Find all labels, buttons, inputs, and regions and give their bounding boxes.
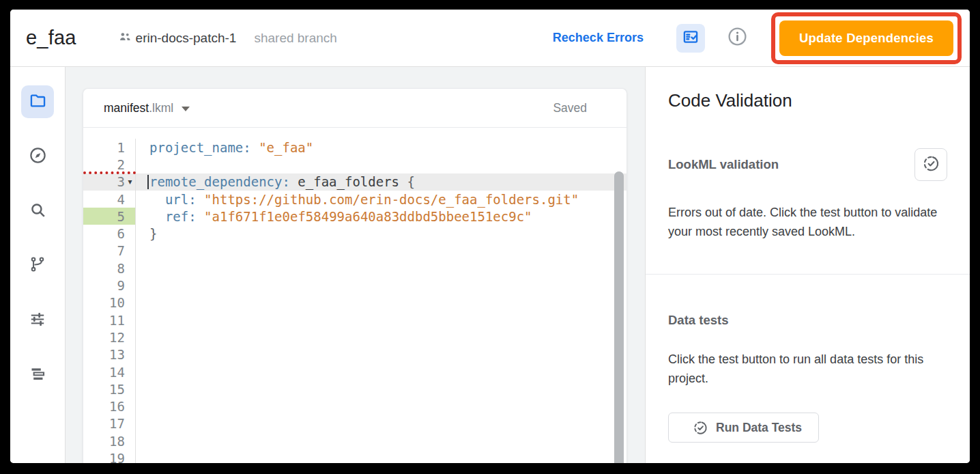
sidebar-item-search[interactable] [21, 195, 54, 227]
code-line[interactable]: ref: "a1f671f1e0ef58499a640a83ddbd5bbee1… [136, 208, 626, 225]
code-line[interactable] [136, 346, 626, 363]
file-extension: .lkml [149, 101, 173, 115]
code-line[interactable] [136, 363, 626, 380]
line-number: 13 [109, 347, 125, 362]
code-line[interactable] [136, 294, 626, 311]
sidebar-item-git-actions[interactable] [21, 249, 54, 282]
code-line[interactable] [136, 156, 626, 173]
screenshot-frame: e_faa erin-docs-patch-1 shared branch Re… [0, 0, 980, 474]
code-row: 13 [83, 346, 626, 363]
editor-card: manifest.lkml Saved 1 project_name: "e_f… [83, 88, 627, 463]
line-number: 6 [117, 226, 125, 241]
code-line[interactable] [136, 432, 626, 449]
folder-icon [29, 92, 47, 113]
code-row: 18 [83, 432, 626, 449]
line-number: 12 [109, 330, 125, 345]
line-number: 10 [109, 295, 125, 310]
gutter-cell-changed: 5 [83, 208, 136, 225]
code-line[interactable]: url: "https://github.com/erin-docs/e_faa… [136, 191, 626, 208]
file-tab-selector[interactable]: manifest.lkml [104, 101, 190, 115]
code-line[interactable] [136, 415, 626, 432]
annotation-highlight-box: Update Dependencies [771, 12, 962, 64]
code-row: 8 [83, 260, 626, 277]
fact-check-icon [682, 28, 700, 48]
line-number: 2 [117, 157, 125, 172]
shared-branch-people-icon [117, 29, 136, 47]
code-line[interactable] [136, 449, 626, 463]
code-line[interactable] [136, 311, 626, 329]
code-row: 19 [83, 449, 626, 463]
code-line[interactable] [136, 398, 626, 415]
line-number: 18 [109, 434, 125, 449]
lookml-validation-row: LookML validation [668, 148, 970, 181]
sidebar-item-explore[interactable] [21, 140, 54, 173]
editor-scrollbar[interactable] [614, 171, 624, 463]
run-data-tests-label: Run Data Tests [716, 421, 802, 435]
code-row: 6 } [83, 225, 626, 242]
lookml-validation-label: LookML validation [668, 157, 779, 172]
code-line[interactable] [136, 242, 626, 260]
gutter-cell: 11 [83, 311, 136, 329]
code-row: 11 [83, 311, 626, 329]
dashed-circle-check-icon [922, 154, 940, 175]
sidebar-item-files[interactable] [21, 85, 54, 118]
gutter-cell: 19 [83, 449, 136, 463]
search-icon [29, 201, 47, 222]
gutter-cell: 17 [83, 415, 136, 432]
gutter-cell: 8 [83, 260, 136, 277]
gutter-cell: 15 [83, 380, 136, 398]
code-row-active: 3▾ remote_dependency: e_faa_folders { [83, 173, 626, 191]
line-number: 3 [117, 174, 125, 189]
project-title: e_faa [26, 27, 76, 49]
panel-title: Code Validation [668, 90, 970, 111]
gutter-cell: 3▾ [83, 173, 136, 191]
validate-lookml-button[interactable] [914, 148, 947, 181]
recheck-errors-link[interactable]: Recheck Errors [553, 31, 644, 45]
info-icon [727, 26, 748, 50]
validation-results-button[interactable] [676, 24, 705, 53]
line-number: 17 [109, 416, 125, 431]
info-button[interactable] [727, 26, 748, 50]
file-name: manifest [104, 101, 149, 115]
branch-name: erin-docs-patch-1 [136, 31, 237, 46]
fold-caret-icon[interactable]: ▾ [128, 178, 132, 186]
line-number: 7 [117, 243, 125, 258]
code-line[interactable] [136, 329, 626, 346]
line-number: 5 [117, 209, 125, 224]
sidebar-item-object-browser[interactable] [21, 359, 54, 391]
line-number: 8 [117, 261, 125, 276]
code-row: 7 [83, 242, 626, 260]
ide-sidebar [10, 67, 66, 463]
code-validation-panel: Code Validation LookML validation Errors… [645, 67, 970, 463]
save-status: Saved [553, 101, 587, 115]
run-data-tests-button[interactable]: Run Data Tests [668, 413, 819, 443]
code-line[interactable]: remote_dependency: e_faa_folders { [136, 173, 626, 191]
code-row: 5 ref: "a1f671f1e0ef58499a640a83ddbd5bbe… [83, 208, 626, 225]
code-row: 12 [83, 329, 626, 346]
line-number: 9 [117, 278, 125, 293]
line-number: 14 [109, 365, 125, 380]
branch-selector[interactable]: erin-docs-patch-1 [117, 29, 237, 47]
line-number: 15 [109, 382, 125, 397]
line-number: 19 [109, 451, 125, 463]
gutter-cell: 14 [83, 363, 136, 380]
code-line[interactable]: } [136, 225, 626, 242]
code-row: 15 [83, 380, 626, 398]
code-line[interactable] [136, 277, 626, 294]
update-dependencies-button[interactable]: Update Dependencies [779, 20, 953, 56]
code-row: 4 url: "https://github.com/erin-docs/e_f… [83, 191, 626, 208]
code-line[interactable]: project_name: "e_faa" [136, 139, 626, 156]
code-line[interactable] [136, 260, 626, 277]
dashed-circle-check-icon [693, 420, 708, 436]
sidebar-item-project-settings[interactable] [21, 304, 54, 337]
git-branch-icon [29, 255, 46, 276]
gutter-cell: 2 [83, 156, 136, 173]
line-number: 16 [109, 399, 125, 414]
line-number: 1 [117, 140, 125, 155]
code-line[interactable] [136, 380, 626, 398]
line-number: 4 [117, 192, 125, 207]
branch-type-label: shared branch [254, 31, 336, 46]
compass-icon [29, 146, 47, 167]
code-row: 1 project_name: "e_faa" [83, 139, 626, 156]
error-breakpoint-dotted-line [83, 171, 136, 174]
